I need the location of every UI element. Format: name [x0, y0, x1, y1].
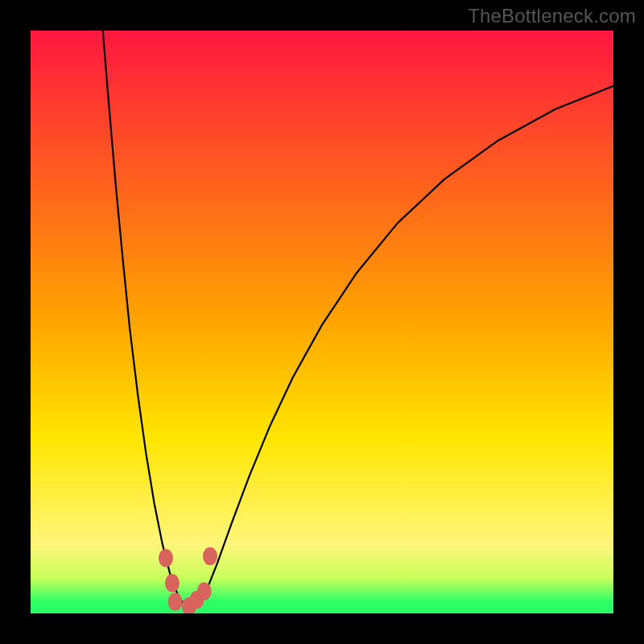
- curve-marker: [168, 592, 183, 611]
- curve-marker: [165, 574, 180, 592]
- curve-marker: [203, 547, 217, 566]
- curve-marker: [159, 549, 173, 568]
- plot-area: [31, 31, 613, 613]
- heatmap-background: [31, 31, 613, 613]
- chart-frame: TheBottleneck.com: [0, 0, 644, 644]
- watermark-text: TheBottleneck.com: [468, 5, 636, 27]
- bottleneck-curve-chart: [31, 31, 613, 613]
- curve-marker: [197, 582, 212, 601]
